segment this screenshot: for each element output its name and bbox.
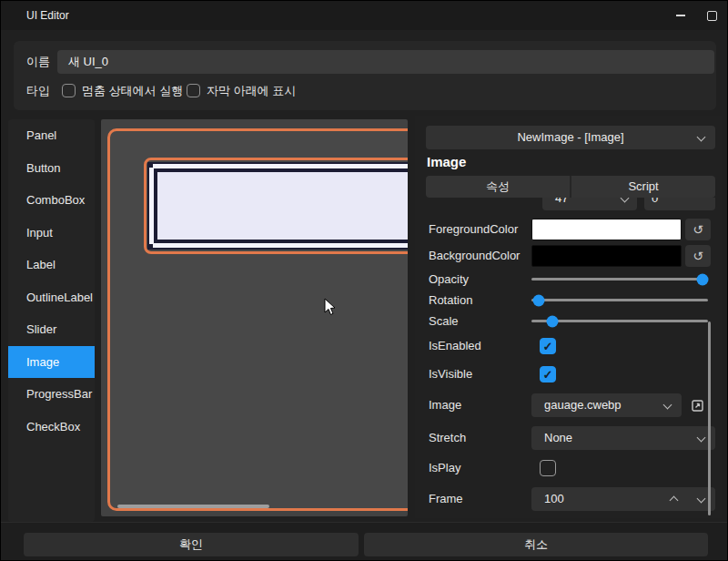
slider-track (531, 278, 708, 280)
image-file-value: gauage.cwebp (544, 398, 622, 412)
minimize-button[interactable] (667, 1, 694, 30)
stretch-value: None (544, 431, 572, 444)
reset-icon: ↺ (693, 222, 703, 237)
target-object-label: NewImage - [Image] (517, 130, 623, 144)
scale-slider[interactable] (531, 315, 708, 328)
foreground-color-swatch[interactable] (531, 219, 682, 240)
chevron-down-icon (663, 401, 672, 410)
image-file-label: Image (429, 393, 461, 417)
gauge-image[interactable] (149, 164, 408, 248)
canvas-horizontal-scrollbar[interactable] (117, 505, 269, 508)
sidebar-item-combobox[interactable]: ComboBox (8, 184, 95, 217)
inspector-heading: Image (427, 154, 466, 169)
opacity-label: Opacity (429, 270, 469, 289)
is-visible-label: IsVisible (429, 366, 472, 382)
image-file-dropdown[interactable]: gauage.cwebp (531, 393, 682, 417)
frame-value: 100 (544, 492, 564, 505)
pixel-notch (147, 162, 153, 168)
sidebar-item-progressbar[interactable]: ProgressBar (8, 378, 95, 411)
target-object-dropdown[interactable]: NewImage - [Image] (426, 126, 715, 149)
image-preview-icon (692, 400, 703, 412)
opacity-slider[interactable] (531, 273, 708, 286)
is-enabled-label: IsEnabled (429, 338, 481, 354)
is-play-checkbox[interactable]: ✓ (540, 460, 556, 476)
sidebar-item-label[interactable]: Label (8, 249, 95, 281)
window-title: UI Editor (26, 1, 69, 30)
is-play-label: IsPlay (429, 460, 460, 476)
sidebar-item-image[interactable]: Image (8, 346, 95, 379)
run-paused-label: 멈춤 상태에서 실행 (82, 81, 183, 101)
minimize-icon (676, 15, 685, 16)
reset-icon: ↺ (693, 249, 703, 263)
pixel-notch (147, 244, 153, 250)
obscured-value-field-1[interactable]: 47 (542, 198, 637, 210)
sidebar-item-button[interactable]: Button (8, 152, 95, 185)
name-input[interactable]: 새 UI_0 (57, 50, 714, 74)
scale-label: Scale (429, 312, 459, 331)
rotation-slider[interactable] (531, 294, 708, 307)
ok-button[interactable]: 확인 (24, 533, 359, 556)
obscured-value-1: 47 (555, 198, 568, 205)
obscured-value-2: 0 (652, 198, 658, 205)
stretch-label: Stretch (429, 426, 466, 450)
sidebar-item-checkbox[interactable]: CheckBox (8, 411, 95, 444)
tab-script[interactable]: Script (571, 176, 715, 198)
chevron-down-icon (621, 198, 630, 202)
slider-thumb[interactable] (697, 274, 709, 286)
cancel-button[interactable]: 취소 (364, 533, 708, 556)
slider-thumb[interactable] (547, 316, 559, 328)
mouse-cursor-icon (324, 298, 337, 316)
sidebar-item-slider[interactable]: Slider (8, 313, 95, 346)
chevron-down-icon (697, 495, 706, 504)
obscured-value-field-2[interactable]: 0 (644, 198, 715, 210)
below-subtitle-checkbox[interactable] (187, 84, 200, 97)
below-subtitle-label: 자막 아래에 표시 (207, 81, 296, 101)
frame-label: Frame (429, 487, 463, 511)
sidebar-item-outlinelabel[interactable]: OutlineLabel (8, 281, 95, 314)
frame-spinner[interactable]: 100 (531, 487, 715, 511)
foreground-color-reset-button[interactable]: ↺ (685, 219, 711, 240)
design-canvas[interactable] (101, 119, 408, 516)
name-label: 이름 (26, 50, 50, 74)
image-preview-button[interactable] (687, 395, 707, 415)
image-element-selection[interactable] (144, 158, 408, 254)
type-label: 타입 (26, 81, 50, 101)
maximize-icon (707, 11, 717, 21)
sidebar-item-input[interactable]: Input (8, 217, 95, 250)
slider-thumb[interactable] (532, 295, 544, 307)
check-icon: ✓ (543, 341, 553, 352)
background-color-reset-button[interactable]: ↺ (685, 245, 711, 267)
gauge-image-inner (154, 168, 408, 243)
chevron-down-icon (697, 133, 706, 142)
foreground-color-label: ForegroundColor (429, 219, 518, 240)
chevron-up-icon (670, 496, 679, 505)
slider-track (531, 299, 708, 301)
is-enabled-checkbox[interactable]: ✓ (540, 338, 556, 354)
check-icon: ✓ (543, 369, 553, 381)
maximize-button[interactable] (698, 1, 725, 30)
is-visible-checkbox[interactable]: ✓ (540, 366, 556, 382)
run-paused-checkbox[interactable] (62, 84, 76, 97)
tab-properties[interactable]: 속성 (426, 176, 570, 198)
inspector-vertical-scrollbar[interactable] (708, 321, 711, 515)
stretch-dropdown[interactable]: None (531, 426, 715, 450)
background-color-label: BackgroundColor (429, 245, 520, 267)
ui-editor-window: UI Editor 이름 새 UI_0 타입 멈춤 상태에서 실행 자막 아래에… (0, 0, 728, 561)
titlebar: UI Editor (1, 1, 728, 30)
obscured-property-row: 47 0 (426, 198, 715, 210)
rotation-label: Rotation (429, 291, 472, 310)
sidebar-item-panel[interactable]: Panel (8, 119, 95, 152)
background-color-swatch[interactable] (531, 245, 682, 267)
chevron-down-icon (697, 434, 706, 443)
sidebar: PanelButtonComboBoxInputLabelOutlineLabe… (8, 119, 95, 522)
inspector-tabs: 속성 Script (426, 176, 715, 198)
